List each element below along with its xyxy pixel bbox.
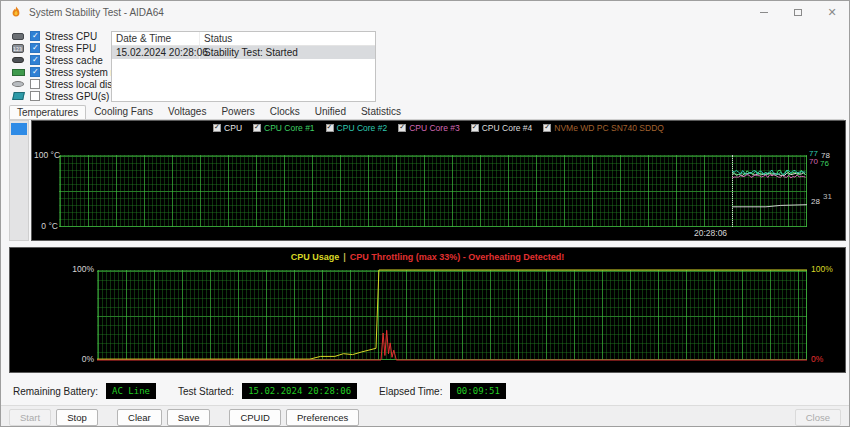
window-title: System Stability Test - AIDA64 [29, 7, 164, 18]
gpu-icon [12, 92, 25, 100]
stress-option-label: Stress cache [45, 55, 103, 66]
start-button[interactable]: Start [9, 409, 51, 426]
stress-memory-checkbox[interactable] [30, 67, 40, 77]
maximize-button[interactable] [781, 1, 815, 23]
minimize-button[interactable] [747, 1, 781, 23]
throttling-alert-text: CPU Throttling (max 33%) - Overheating D… [350, 252, 565, 262]
legend-item: CPU Core #1 [253, 123, 315, 133]
temp-axis-max-label: 100 °C [34, 150, 58, 160]
stress-cpu-checkbox[interactable] [30, 31, 40, 41]
temp-axis-min-label: 0 °C [34, 221, 58, 231]
stop-button[interactable]: Stop [56, 409, 98, 426]
legend-label: CPU Core #3 [409, 123, 460, 133]
cpu-usage-chart: CPU Usage|CPU Throttling (max 33%) - Ove… [9, 247, 846, 373]
save-button[interactable]: Save [167, 409, 211, 426]
temp-chart-scrollbar-thumb[interactable] [11, 123, 27, 135]
temperature-legend: CPUCPU Core #1CPU Core #2CPU Core #3CPU … [32, 123, 845, 133]
legend-item: NVMe WD PC SN740 SDDQ [543, 123, 664, 133]
tab-clocks[interactable]: Clocks [263, 105, 307, 119]
legend-label: NVMe WD PC SN740 SDDQ [554, 123, 664, 133]
aida64-stability-test-window: System Stability Test - AIDA64 ✕ Stress … [0, 0, 850, 427]
tab-voltages[interactable]: Voltages [161, 105, 213, 119]
elapsed-time-label: Elapsed Time: [379, 386, 442, 397]
usage-left-max-label: 100% [54, 264, 94, 274]
usage-plot-grid [97, 270, 807, 360]
close-window-button[interactable]: ✕ [815, 1, 849, 23]
legend-label: CPU [224, 123, 242, 133]
test-started-display: 15.02.2024 20:28:06 [242, 383, 357, 399]
usage-right-max-label: 100% [811, 264, 833, 274]
stress-cache-checkbox[interactable] [30, 55, 40, 65]
disk-icon [12, 81, 24, 87]
log-table-row[interactable]: 15.02.2024 20:28:06 Stability Test: Star… [112, 46, 375, 59]
column-header-datetime[interactable]: Date & Time [112, 32, 200, 45]
legend-checkbox-icon[interactable] [543, 124, 551, 132]
throttle-right-min-label: 0% [811, 354, 823, 364]
test-start-marker-line [732, 155, 733, 227]
legend-item: CPU Core #2 [326, 123, 388, 133]
tab-powers[interactable]: Powers [214, 105, 261, 119]
legend-checkbox-icon[interactable] [398, 124, 406, 132]
tab-temperatures[interactable]: Temperatures [9, 105, 86, 119]
legend-label: CPU Core #1 [264, 123, 315, 133]
tab-cooling-fans[interactable]: Cooling Fans [87, 105, 160, 119]
maximize-icon [794, 9, 802, 16]
test-started-label: Test Started: [178, 386, 234, 397]
log-table-header: Date & Time Status [112, 32, 375, 46]
stress-option-label: Stress CPU [45, 31, 97, 42]
legend-checkbox-icon[interactable] [471, 124, 479, 132]
log-datetime-cell: 15.02.2024 20:28:06 [112, 46, 200, 59]
close-icon: ✕ [827, 7, 836, 18]
fpu-123-icon: 123 [12, 44, 24, 53]
legend-item: CPU Core #4 [471, 123, 533, 133]
cache-icon [12, 57, 24, 63]
preferences-button[interactable]: Preferences [286, 409, 359, 426]
temp-value-core1: 76 [820, 159, 829, 168]
status-bar: Remaining Battery: AC Line Test Started:… [13, 383, 506, 399]
temperature-plot-grid [59, 155, 807, 227]
log-status-cell: Stability Test: Started [200, 46, 302, 59]
bottom-button-bar: Start Stop Clear Save CPUID Preferences … [1, 405, 849, 427]
usage-left-min-label: 0% [68, 354, 94, 364]
legend-checkbox-icon[interactable] [326, 124, 334, 132]
close-button[interactable]: Close [795, 409, 841, 426]
tab-unified[interactable]: Unified [308, 105, 353, 119]
tab-statistics[interactable]: Statistics [354, 105, 408, 119]
titlebar: System Stability Test - AIDA64 ✕ [1, 1, 849, 23]
stress-fpu-checkbox[interactable] [30, 43, 40, 53]
elapsed-time-display: 00:09:51 [450, 383, 505, 399]
temp-chart-scrollbar[interactable] [9, 120, 29, 241]
cpuid-button[interactable]: CPUID [229, 409, 281, 426]
usage-title-separator: | [339, 252, 350, 262]
chart-tabs: Temperatures Cooling Fans Voltages Power… [9, 105, 844, 120]
cpu-icon [12, 33, 24, 40]
aida64-flame-icon [10, 6, 22, 18]
temp-value-core3: 70 [809, 157, 818, 166]
minimize-icon [760, 12, 768, 13]
legend-checkbox-icon[interactable] [213, 124, 221, 132]
event-log-table: Date & Time Status 15.02.2024 20:28:06 S… [111, 31, 376, 102]
battery-value-display: AC Line [106, 383, 156, 399]
legend-label: CPU Core #2 [337, 123, 388, 133]
stress-option-label: Stress GPU(s) [45, 91, 109, 102]
memory-icon [12, 69, 25, 76]
test-start-time-label: 20:28:06 [694, 228, 727, 238]
temp-value-nvme-high: 31 [823, 192, 832, 201]
usage-chart-title: CPU Usage|CPU Throttling (max 33%) - Ove… [10, 252, 845, 262]
usage-title-text: CPU Usage [291, 252, 340, 262]
battery-label: Remaining Battery: [13, 386, 98, 397]
legend-checkbox-icon[interactable] [253, 124, 261, 132]
legend-item: CPU [213, 123, 242, 133]
temp-value-nvme-low: 28 [811, 197, 820, 206]
clear-button[interactable]: Clear [117, 409, 162, 426]
column-header-status[interactable]: Status [200, 32, 236, 45]
stress-gpu-checkbox[interactable] [30, 91, 40, 101]
stress-disks-checkbox[interactable] [30, 79, 40, 89]
legend-label: CPU Core #4 [482, 123, 533, 133]
legend-item: CPU Core #3 [398, 123, 460, 133]
temperature-chart: CPUCPU Core #1CPU Core #2CPU Core #3CPU … [31, 120, 846, 241]
stress-option-label: Stress FPU [45, 43, 96, 54]
